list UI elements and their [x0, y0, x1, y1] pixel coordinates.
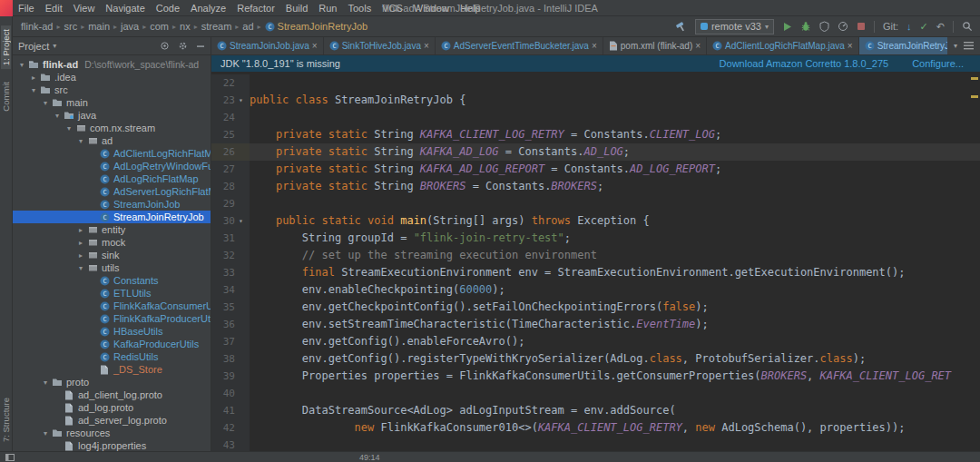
tree-item-streamjoinjob[interactable]: CStreamJoinJob [13, 198, 211, 211]
stripe-button-1-project[interactable]: 1: Project [1, 25, 11, 69]
tree-item-flinkkafkaconsumerutils[interactable]: CFlinkKafkaConsumerUtils [13, 300, 211, 312]
breadcrumb-item-java[interactable]: java [118, 21, 142, 32]
tree-item-utils[interactable]: ▾utils [13, 261, 211, 274]
tree-item-adlogretrywindowfunction[interactable]: CAdLogRetryWindowFunction [13, 160, 211, 172]
tab-adclientlogrichflatmap-java[interactable]: CAdClientLogRichFlatMap.java× [707, 37, 859, 54]
code-editor[interactable]: 2223▾public class StreamJoinRetryJob {24… [211, 72, 980, 451]
close-icon[interactable]: × [695, 41, 701, 51]
chevron-down-icon[interactable]: ▾ [40, 99, 51, 107]
breadcrumb-item-src[interactable]: src [61, 21, 80, 32]
stop-icon[interactable] [857, 22, 866, 31]
coverage-icon[interactable] [819, 21, 829, 32]
chevron-right-icon[interactable]: ▸ [75, 226, 86, 234]
tree-item-entity[interactable]: ▸entity [13, 223, 211, 236]
tree-item-adserverlogrichflatmap[interactable]: CAdServerLogRichFlatMap [13, 185, 211, 198]
tree-item-adlogrichflatmap[interactable]: CAdLogRichFlatMap [13, 172, 211, 185]
tree-item-flinkkafkaproducerutils[interactable]: CFlinkKafkaProducerUtils [13, 312, 211, 325]
chevron-down-icon[interactable]: ▾ [75, 264, 86, 272]
hide-icon[interactable] [196, 42, 205, 51]
editor-menu-icon[interactable] [964, 42, 974, 50]
chevron-right-icon[interactable]: ▸ [28, 74, 39, 82]
hidden-tabs-chevron-icon[interactable]: ▾ [954, 42, 957, 50]
locate-icon[interactable] [160, 41, 170, 51]
tree-item-main[interactable]: ▾main [13, 96, 211, 109]
git-commit-icon[interactable]: ✓ [920, 22, 928, 32]
chevron-down-icon[interactable]: ▾ [64, 124, 74, 133]
chevron-right-icon[interactable]: ▸ [75, 239, 86, 247]
breadcrumb-item-main[interactable]: main [85, 21, 113, 32]
tree-item-idea[interactable]: ▸.idea [13, 71, 211, 84]
stripe-button-commit[interactable]: Commit [1, 82, 11, 112]
tree-item-ds-store[interactable]: _DS_Store [13, 363, 211, 376]
profiler-icon[interactable] [838, 21, 848, 32]
tree-item-resources[interactable]: ▾resources [13, 427, 211, 439]
menu-item-code[interactable]: Code [151, 3, 185, 14]
tree-item-etlutils[interactable]: CETLUtils [13, 287, 211, 300]
tab-pom-xml-flink-ad[interactable]: pom.xml (flink-ad)× [603, 37, 707, 54]
tree-item-proto[interactable]: ▾proto [13, 376, 211, 388]
project-panel-title[interactable]: Project [18, 41, 49, 52]
git-update-icon[interactable]: ↓ [906, 22, 912, 32]
chevron-down-icon[interactable]: ▾ [16, 61, 27, 69]
chevron-down-icon[interactable]: ▾ [40, 429, 51, 437]
breadcrumb-item-com[interactable]: com [147, 21, 172, 32]
configure-jdk-link[interactable]: Configure... [912, 58, 964, 69]
tree-item-adclientlogrichflatmap[interactable]: CAdClientLogRichFlatMap [13, 147, 211, 160]
close-icon[interactable]: × [424, 41, 429, 51]
tree-item-ad-server-log-proto[interactable]: ad_server_log.proto [13, 414, 211, 427]
breadcrumb-item-ad[interactable]: ad [240, 21, 256, 32]
chevron-down-icon[interactable]: ▾ [75, 137, 86, 145]
menu-item-analyze[interactable]: Analyze [185, 3, 231, 14]
chevron-down-icon[interactable]: ▾ [52, 112, 63, 120]
tab-adservereventtimebucketer-java[interactable]: CAdServerEventTimeBucketer.java× [436, 37, 603, 54]
caret-position[interactable]: 49:14 [359, 453, 380, 462]
debug-icon[interactable] [800, 21, 811, 32]
stripe-button-7-structure[interactable]: 7: Structure [1, 398, 11, 442]
tree-item-ad-log-proto[interactable]: ad_log.proto [13, 401, 211, 414]
fold-arrow-icon[interactable]: ▾ [239, 212, 250, 230]
tree-item-log4j-properties[interactable]: log4j.properties [13, 439, 211, 451]
close-icon[interactable]: × [592, 41, 597, 51]
tree-item-streamjoinretryjob[interactable]: CStreamJoinRetryJob [13, 211, 211, 223]
tree-item-hbaseutils[interactable]: CHBaseUtils [13, 325, 211, 338]
tree-item-redisutils[interactable]: CRedisUtils [13, 350, 211, 363]
tree-item-flink-ad[interactable]: ▾flink-adD:\soft\work_space\flink-ad [13, 58, 211, 71]
play-icon[interactable] [782, 22, 792, 32]
tree-item-mock[interactable]: ▸mock [13, 236, 211, 249]
menu-item-edit[interactable]: Edit [40, 3, 68, 14]
error-stripe-mark[interactable] [971, 95, 978, 98]
tree-item-kafkaproducerutils[interactable]: CKafkaProducerUtils [13, 338, 211, 350]
git-revert-icon[interactable]: ↶ [936, 22, 945, 32]
menu-item-build[interactable]: Build [280, 3, 313, 14]
tree-item-ad[interactable]: ▾ad [13, 134, 211, 147]
run-config-select[interactable]: remote v33 ▾ [695, 19, 774, 34]
hammer-icon[interactable] [675, 21, 687, 33]
menu-item-view[interactable]: View [68, 3, 101, 14]
chevron-down-icon[interactable]: ▾ [40, 378, 51, 387]
tree-item-src[interactable]: ▾src [13, 84, 211, 96]
tree-item-com-nx-stream[interactable]: ▾com.nx.stream [13, 122, 211, 134]
gear-icon[interactable] [178, 41, 188, 51]
close-icon[interactable]: × [312, 41, 318, 51]
breadcrumb-item-streamjoinretryjob[interactable]: CStreamJoinRetryJob [262, 21, 371, 32]
chevron-down-icon[interactable]: ▾ [53, 42, 56, 50]
menu-item-run[interactable]: Run [313, 3, 342, 14]
tree-item-java[interactable]: ▾java [13, 109, 211, 122]
fold-arrow-icon[interactable]: ▾ [239, 92, 250, 109]
menu-item-navigate[interactable]: Navigate [100, 3, 150, 14]
tree-item-ad-client-log-proto[interactable]: ad_client_log.proto [13, 388, 211, 401]
close-icon[interactable]: × [848, 41, 853, 51]
tab-sinktohivejob-java[interactable]: CSinkToHiveJob.java× [324, 37, 436, 54]
tab-streamjoinjob-java[interactable]: CStreamJoinJob.java× [211, 37, 324, 54]
menu-item-file[interactable]: File [13, 3, 40, 14]
chevron-right-icon[interactable]: ▸ [75, 251, 86, 260]
menu-item-tools[interactable]: Tools [342, 3, 377, 14]
download-corretto-link[interactable]: Download Amazon Corretto 1.8.0_275 [720, 58, 889, 69]
tab-streamjoinretryjob-java[interactable]: CStreamJoinRetryJob.java× [859, 37, 947, 54]
tree-item-constants[interactable]: CConstants [13, 274, 211, 287]
breadcrumb-item-stream[interactable]: stream [199, 21, 235, 32]
breadcrumb-item-flink-ad[interactable]: flink-ad [18, 21, 55, 32]
error-stripe-mark[interactable] [971, 77, 978, 80]
breadcrumb-item-nx[interactable]: nx [177, 21, 193, 32]
tree-item-sink[interactable]: ▸sink [13, 249, 211, 261]
